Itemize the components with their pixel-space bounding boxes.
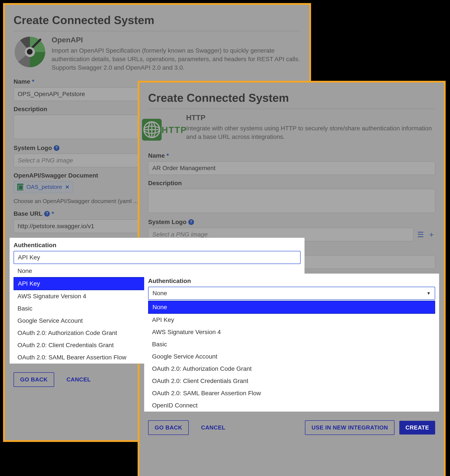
authentication-label: Authentication — [148, 277, 435, 284]
authentication-selected-value: API Key — [18, 254, 40, 261]
name-input[interactable] — [148, 161, 435, 175]
divider — [13, 31, 301, 31]
auth-option-openid[interactable]: OpenID Connect — [148, 399, 435, 411]
divider — [148, 109, 435, 109]
system-type-desc: Import an OpenAPI Specification (formerl… — [52, 46, 301, 72]
auth-option-google[interactable]: Google Service Account — [148, 350, 435, 363]
swagger-doc-name: OAS_petstore — [26, 184, 62, 190]
authentication-section: Authentication None ▼ None API Key AWS S… — [144, 274, 439, 411]
auth-option-none[interactable]: None — [148, 301, 435, 314]
add-icon[interactable]: ＋ — [428, 229, 435, 240]
authentication-label: Authentication — [13, 242, 301, 249]
system-type-header: HTTP HTTP Integrate with other systems u… — [148, 113, 435, 146]
system-type-name: OpenAPI — [52, 35, 301, 44]
use-in-new-integration-button[interactable]: USE IN NEW INTEGRATION — [305, 420, 395, 435]
go-back-button[interactable]: GO BACK — [13, 372, 54, 387]
dialog-title: Create Connected System — [13, 13, 301, 27]
authentication-dropdown: None API Key AWS Signature Version 4 Bas… — [148, 301, 435, 411]
openapi-icon — [13, 35, 46, 68]
auth-option-oauth-authcode[interactable]: OAuth 2.0: Authorization Code Grant — [148, 363, 435, 375]
auth-option-apikey[interactable]: API Key — [148, 314, 435, 326]
system-type-desc: Integrate with other systems using HTTP … — [186, 124, 435, 141]
name-label: Name* — [148, 152, 435, 159]
description-label: Description — [148, 180, 435, 187]
swagger-doc-chip[interactable]: OAS_petstore ✕ — [13, 181, 73, 193]
cancel-button[interactable]: CANCEL — [195, 421, 231, 435]
http-icon-label: HTTP — [162, 125, 187, 135]
authentication-select[interactable]: API Key — [13, 251, 301, 264]
auth-option-basic[interactable]: Basic — [148, 338, 435, 350]
auth-option-aws[interactable]: AWS Signature Version 4 — [148, 326, 435, 338]
dialog-title: Create Connected System — [148, 91, 435, 104]
auth-option-oauth-clientcred[interactable]: OAuth 2.0: Client Credentials Grant — [148, 375, 435, 387]
http-icon: HTTP — [148, 113, 181, 146]
dialog-http: Create Connected System HTTP HTTP Integr… — [138, 81, 446, 476]
auth-option-oauth-saml[interactable]: OAuth 2.0: SAML Bearer Assertion Flow — [148, 387, 435, 399]
authentication-select[interactable]: None ▼ — [148, 287, 435, 300]
system-logo-label: System Logo ? — [148, 218, 435, 226]
authentication-selected-value: None — [153, 290, 167, 297]
go-back-button[interactable]: GO BACK — [148, 420, 189, 435]
system-type-header: OpenAPI Import an OpenAPI Specification … — [13, 35, 301, 72]
system-type-name: HTTP — [186, 113, 435, 122]
cancel-button[interactable]: CANCEL — [60, 373, 97, 387]
help-icon[interactable]: ? — [54, 145, 59, 151]
help-icon[interactable]: ? — [188, 219, 194, 225]
remove-doc-icon[interactable]: ✕ — [65, 184, 70, 190]
create-button[interactable]: CREATE — [399, 421, 435, 435]
chevron-down-icon: ▼ — [426, 291, 431, 296]
document-icon — [17, 184, 23, 191]
help-icon[interactable]: ? — [44, 211, 50, 217]
list-icon[interactable]: ☰ — [417, 230, 424, 239]
description-input[interactable] — [148, 189, 435, 213]
